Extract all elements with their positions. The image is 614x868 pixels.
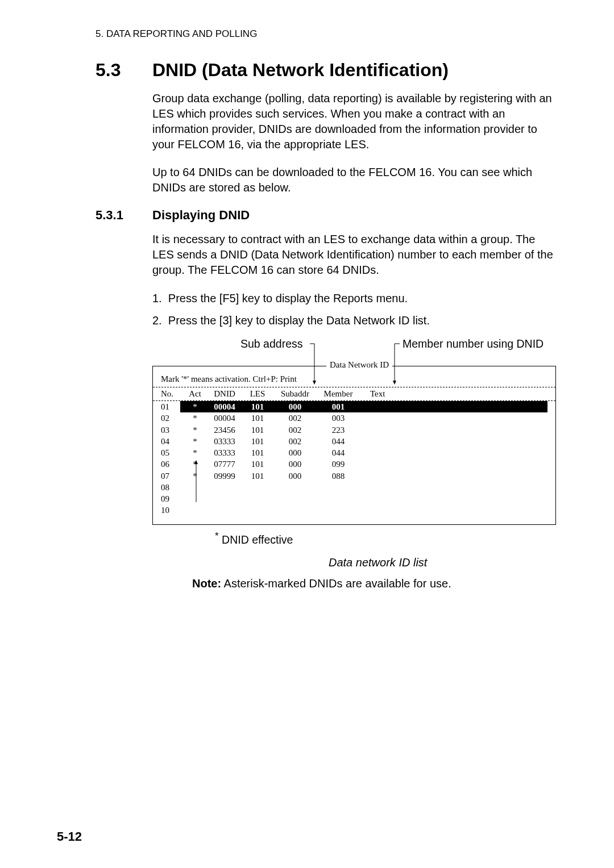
- table-row: 05*03333101000044: [153, 447, 555, 458]
- subsection-title: 5.3.1 Displaying DNID: [96, 208, 557, 223]
- step-1: 1. Press the [F5] key to display the Rep…: [152, 290, 557, 307]
- figure-caption: Data network ID list: [329, 556, 557, 569]
- section-title: 5.3 DNID (Data Network Identification): [96, 60, 557, 81]
- dnid-effective-note: * DNID effective: [215, 531, 557, 546]
- table-row: 03*23456101002223: [153, 424, 555, 436]
- section-number: 5.3: [96, 60, 152, 81]
- table-body: 01*0000410100000102*0000410100200303*234…: [153, 401, 555, 516]
- table-row: 10: [153, 504, 555, 516]
- table-row: 02*00004101002003: [153, 412, 555, 424]
- box-title: Data Network ID: [326, 360, 392, 370]
- step-2: 2. Press the [3] key to display the Data…: [152, 312, 557, 329]
- annotation-subaddress: Sub address: [240, 337, 303, 350]
- col-subaddr: Subaddr: [272, 389, 318, 399]
- section-heading: DNID (Data Network Identification): [152, 60, 449, 81]
- paragraph-2: Up to 64 DNIDs can be downloaded to the …: [152, 165, 557, 195]
- table-row: 06*07777101000099: [153, 458, 555, 470]
- col-dnid: DNID: [206, 389, 243, 399]
- col-no: No.: [161, 389, 184, 399]
- page-header: 5. DATA REPORTING AND POLLING: [96, 28, 557, 40]
- col-text: Text: [359, 389, 555, 399]
- col-act: Act: [184, 389, 206, 399]
- col-les: LES: [243, 389, 272, 399]
- annotation-member: Member number using DNID: [403, 337, 544, 350]
- subsection-heading: Displaying DNID: [152, 208, 250, 223]
- col-member: Member: [318, 389, 359, 399]
- table-row: 07*09999101000088: [153, 470, 555, 482]
- table-row: 09: [153, 493, 555, 504]
- paragraph-1: Group data exchange (polling, data repor…: [152, 91, 557, 152]
- table-header: No. Act DNID LES Subaddr Member Text: [153, 387, 555, 401]
- subsection-number: 5.3.1: [96, 208, 152, 223]
- note: Note: Asterisk-marked DNIDs are availabl…: [192, 577, 557, 590]
- paragraph-3: It is necessary to contract with an LES …: [152, 232, 557, 278]
- dnid-box: Data Network ID Mark '*' means activatio…: [152, 366, 556, 525]
- table-row: 01*00004101000001: [153, 401, 555, 412]
- figure-container: Sub address Member number using DNID Dat…: [152, 337, 557, 590]
- page-number: 5-12: [57, 829, 82, 844]
- table-row: 04*03333101002044: [153, 436, 555, 447]
- table-row: 08: [153, 482, 555, 493]
